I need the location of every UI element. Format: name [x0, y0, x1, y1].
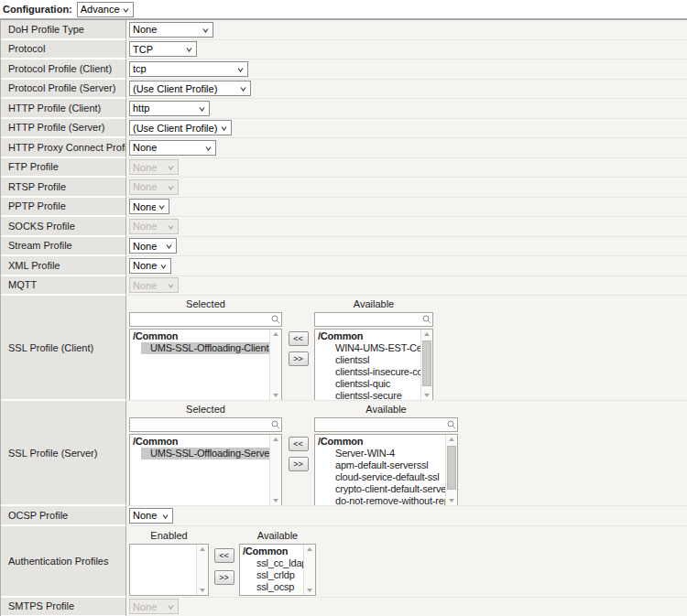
profiles-settings-table: DoH Profile Type None Protocol TCP Proto…: [0, 18, 687, 616]
list-item[interactable]: crypto-client-default-serverssl: [315, 483, 445, 495]
configuration-select[interactable]: Advanced: [78, 3, 133, 16]
ssl-server-available-list[interactable]: /CommonServer-WIN-4apm-default-serverssl…: [314, 434, 458, 506]
scroll-down-icon[interactable]: [421, 394, 432, 397]
stream-profile-select[interactable]: None: [130, 239, 176, 253]
row-ftp-profile: FTP Profile None: [1, 158, 687, 178]
scroll-up-icon[interactable]: [197, 547, 208, 551]
available-column-header: Available: [314, 404, 458, 416]
row-ssl-profile-server: SSL Profile (Server) Selected /CommonUMS…: [1, 401, 687, 506]
ssl-server-available-search-input[interactable]: [314, 417, 458, 432]
scroll-down-icon[interactable]: [446, 499, 457, 503]
selected-column-header: Selected: [129, 404, 282, 416]
row-http-profile-client: HTTP Profile (Client) http: [1, 99, 687, 119]
setting-label: Stream Profile: [8, 240, 72, 251]
row-socks-profile: SOCKS Profile None: [1, 217, 687, 237]
scroll-up-icon[interactable]: [270, 332, 281, 336]
row-authentication-profiles: Authentication Profiles Enabled << >>: [1, 526, 687, 598]
row-rtsp-profile: RTSP Profile None: [1, 178, 687, 198]
move-to-available-button[interactable]: >>: [289, 351, 309, 366]
mqtt-select: None: [130, 278, 178, 292]
protocol-profile-server-select[interactable]: (Use Client Profile): [130, 81, 250, 95]
scroll-up-icon[interactable]: [304, 547, 315, 551]
http-profile-client-select[interactable]: http: [130, 102, 209, 115]
setting-label: RTSP Profile: [8, 181, 66, 192]
scroll-down-icon[interactable]: [304, 589, 315, 592]
list-item[interactable]: clientssl-insecure-compatible: [315, 366, 420, 378]
protocol-profile-client-select[interactable]: tcp: [130, 62, 247, 76]
auth-enabled-list[interactable]: [129, 544, 209, 596]
setting-label: SMTPS Profile: [8, 600, 74, 611]
ssl-server-selected-list[interactable]: /CommonUMS-SSL-Offloading-Server-Profile: [129, 434, 282, 506]
scrollbar[interactable]: [196, 545, 208, 595]
http-profile-server-select[interactable]: (Use Client Profile): [130, 121, 231, 135]
ssl-client-selected-list[interactable]: /CommonUMS-SSL-Offloading-Client-Profile: [129, 329, 282, 401]
list-item[interactable]: clientssl-secure: [315, 390, 420, 401]
rtsp-profile-select: None: [130, 180, 178, 194]
list-item[interactable]: ssl_crldp: [240, 569, 303, 581]
scroll-up-icon[interactable]: [446, 438, 457, 441]
setting-label: Protocol Profile (Client): [8, 63, 112, 74]
row-protocol: Protocol TCP: [1, 40, 687, 60]
scrollbar[interactable]: [303, 545, 315, 595]
xml-profile-select[interactable]: None: [130, 259, 170, 273]
setting-label: SOCKS Profile: [8, 221, 75, 232]
scrollbar-thumb[interactable]: [422, 340, 431, 386]
list-item[interactable]: apm-default-serverssl: [315, 459, 445, 471]
setting-label: MQTT: [8, 279, 37, 290]
row-xml-profile: XML Profile None: [1, 256, 687, 276]
row-protocol-profile-server: Protocol Profile (Server) (Use Client Pr…: [1, 80, 687, 100]
pptp-profile-select[interactable]: None: [130, 200, 169, 213]
http-proxy-connect-profile-select[interactable]: None: [130, 141, 215, 155]
ocsp-profile-select[interactable]: None: [130, 509, 172, 523]
list-group-header[interactable]: /Common: [315, 436, 445, 448]
list-group-header[interactable]: /Common: [130, 436, 269, 448]
scrollbar[interactable]: [269, 330, 281, 400]
list-item[interactable]: clientssl-quic: [315, 378, 420, 390]
setting-label: PPTP Profile: [8, 200, 66, 211]
setting-label: SSL Profile (Server): [8, 448, 97, 459]
scroll-down-icon[interactable]: [270, 499, 281, 503]
available-column-header: Available: [314, 298, 433, 310]
ssl-client-available-list[interactable]: /CommonWIN4-UMS-EST-Certclientsslclients…: [314, 329, 433, 401]
list-item[interactable]: ssl_cc_ldap: [240, 557, 303, 569]
move-to-available-button[interactable]: >>: [214, 570, 234, 585]
move-to-selected-button[interactable]: <<: [289, 331, 309, 346]
list-item[interactable]: WIN4-UMS-EST-Cert: [315, 342, 420, 354]
scrollbar[interactable]: [445, 435, 457, 505]
setting-label: FTP Profile: [8, 161, 59, 172]
list-item[interactable]: UMS-SSL-Offloading-Client-Profile: [141, 342, 269, 354]
setting-label: HTTP Proxy Connect Profile: [8, 142, 126, 153]
scroll-up-icon[interactable]: [421, 332, 432, 336]
doh-profile-type-select[interactable]: None: [130, 23, 213, 37]
list-item[interactable]: cloud-service-default-ssl: [315, 471, 445, 483]
list-item[interactable]: UMS-SSL-Offloading-Server-Profile: [141, 448, 269, 459]
row-http-proxy-connect-profile: HTTP Proxy Connect Profile None: [1, 138, 687, 158]
move-to-available-button[interactable]: >>: [289, 457, 309, 471]
protocol-select[interactable]: TCP: [130, 42, 196, 56]
list-item[interactable]: clientssl: [315, 354, 420, 366]
scrollbar[interactable]: [269, 435, 281, 505]
list-item[interactable]: ssl_ocsp: [240, 581, 303, 593]
row-smtps-profile: SMTPS Profile None: [1, 598, 687, 616]
ssl-client-available-search-input[interactable]: [314, 312, 433, 327]
scroll-up-icon[interactable]: [270, 438, 281, 441]
ssl-client-selected-search-input[interactable]: [129, 312, 282, 327]
scroll-down-icon[interactable]: [197, 589, 208, 592]
list-group-header[interactable]: /Common: [130, 330, 269, 342]
list-item[interactable]: do-not-remove-without-replacement: [315, 495, 445, 506]
scroll-down-icon[interactable]: [270, 394, 281, 397]
available-column-header: Available: [239, 530, 316, 542]
setting-label: OCSP Profile: [8, 510, 68, 521]
selected-column-header: Selected: [129, 298, 282, 310]
list-item[interactable]: Server-WIN-4: [315, 448, 445, 459]
move-to-enabled-button[interactable]: <<: [214, 548, 234, 563]
list-group-header[interactable]: /Common: [315, 330, 420, 342]
auth-available-list[interactable]: /Commonssl_cc_ldapssl_crldpssl_ocsp: [239, 544, 316, 596]
row-mqtt: MQTT None: [1, 276, 687, 297]
move-to-selected-button[interactable]: <<: [289, 437, 309, 451]
ftp-profile-select: None: [130, 160, 178, 174]
list-group-header[interactable]: /Common: [240, 546, 303, 557]
ssl-server-selected-search-input[interactable]: [129, 417, 282, 432]
scrollbar[interactable]: [420, 330, 432, 400]
scrollbar-thumb[interactable]: [447, 446, 456, 490]
